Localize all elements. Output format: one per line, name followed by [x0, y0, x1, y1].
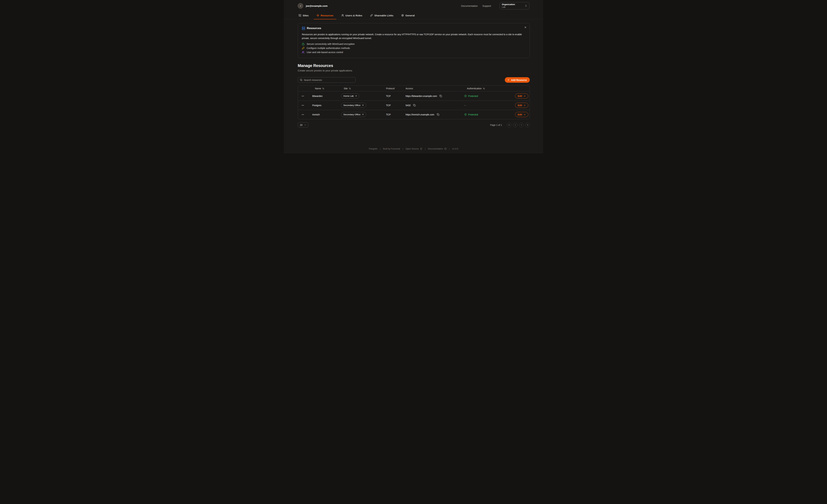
next-page-button[interactable]: [519, 123, 524, 127]
arrow-up-right-icon: [362, 104, 364, 106]
github-icon: [420, 148, 423, 150]
site-name: Secondary Office: [343, 113, 360, 116]
ellipsis-icon: [301, 113, 304, 116]
column-header-site[interactable]: Site: [341, 87, 386, 90]
column-label-site: Site: [344, 87, 348, 90]
auth-status-label: Protected: [468, 113, 478, 116]
resources-info-card: Resources Resources are proxies to appli…: [298, 23, 530, 58]
arrow-up-right-icon: [362, 113, 364, 115]
row-menu-button[interactable]: [301, 103, 305, 107]
tab-resources-label: Resources: [321, 14, 333, 17]
chevrons-right-icon: [527, 124, 529, 126]
feature-label: Secure connectivity with WireGuard encry…: [307, 43, 355, 45]
copy-button[interactable]: [437, 113, 439, 116]
edit-label: Edit: [518, 95, 522, 97]
top-header: J joe@example.com Documentation Support …: [284, 0, 543, 11]
arrow-right-icon: [523, 104, 526, 106]
pagination-bar: 20 Page 1 of 1: [298, 122, 530, 128]
users-icon: [302, 51, 304, 54]
nav-documentation-link[interactable]: Documentation: [461, 4, 478, 7]
resource-protocol: TCP: [386, 113, 405, 116]
tab-sites-label: Sites: [303, 14, 309, 17]
close-icon[interactable]: [524, 26, 527, 29]
lock-icon: [302, 43, 304, 45]
tab-shareable-links-label: Shareable Links: [374, 14, 393, 17]
column-label-authentication: Authentication: [467, 87, 482, 90]
tab-resources[interactable]: Resources: [314, 11, 336, 19]
app-window: J joe@example.com Documentation Support …: [284, 0, 543, 153]
edit-button[interactable]: Edit: [515, 103, 528, 108]
page-size-select[interactable]: 20: [298, 122, 308, 128]
user-chip[interactable]: J joe@example.com: [298, 3, 328, 9]
column-header-authentication[interactable]: Authentication: [464, 87, 515, 90]
first-page-button[interactable]: [507, 123, 512, 127]
row-menu-button[interactable]: [301, 94, 305, 98]
resource-protocol: TCP: [386, 104, 405, 107]
site-link-button[interactable]: Home Lab: [341, 93, 359, 99]
search-icon: [300, 79, 302, 81]
chevrons-left-icon: [508, 124, 510, 126]
table-row: Immich Secondary Office TCP https://immi…: [298, 110, 530, 119]
previous-page-button[interactable]: [513, 123, 518, 127]
org-selector[interactable]: Organization Lab: [500, 2, 529, 9]
users-icon: [341, 14, 344, 17]
resource-access-url: https://immich.example.com: [405, 113, 434, 116]
feature-access-control: User and role-based access control: [302, 51, 526, 54]
tab-bar: Sites Resources Users & Roles Shareable …: [284, 11, 543, 19]
column-label-protocol: Protocol: [386, 87, 394, 90]
tab-users-roles[interactable]: Users & Roles: [339, 11, 365, 19]
column-header-name[interactable]: Name: [312, 87, 341, 90]
row-menu-button[interactable]: [301, 113, 305, 116]
ellipsis-icon: [301, 104, 304, 107]
site-link-button[interactable]: Secondary Office: [341, 103, 366, 108]
add-resource-label: Add Resource: [511, 79, 527, 81]
resource-access-port: 5432: [405, 104, 411, 107]
info-card-header: Resources: [302, 27, 526, 30]
edit-button[interactable]: Edit: [515, 112, 528, 117]
copy-button[interactable]: [413, 104, 416, 106]
copy-button[interactable]: [439, 95, 442, 97]
gear-icon: [401, 14, 404, 17]
footer: Pangolin | Built by Fossorial | Open Sou…: [284, 148, 543, 150]
site-link-button[interactable]: Secondary Office: [341, 112, 366, 117]
tab-users-roles-label: Users & Roles: [345, 14, 362, 17]
tab-shareable-links[interactable]: Shareable Links: [368, 11, 396, 19]
search-input[interactable]: [304, 79, 353, 81]
sort-icon: [349, 88, 351, 90]
org-selector-label: Organization: [502, 3, 523, 6]
nav-support-link[interactable]: Support: [482, 4, 491, 7]
tab-general[interactable]: General: [398, 11, 418, 19]
feature-label: Configure multiple authentication method…: [307, 47, 350, 49]
sort-icon: [483, 88, 485, 90]
site-name: Secondary Office: [343, 104, 360, 106]
resource-access-url: https://bitwarden.example.com: [405, 95, 437, 97]
edit-label: Edit: [518, 113, 522, 116]
server-icon: [302, 27, 305, 30]
add-resource-button[interactable]: Add Resource: [505, 77, 530, 83]
resource-protocol: TCP: [386, 95, 405, 97]
feature-authentication: Configure multiple authentication method…: [302, 47, 526, 49]
footer-open-source-link[interactable]: Open Source: [405, 148, 423, 150]
feature-secure-connectivity: Secure connectivity with WireGuard encry…: [302, 43, 526, 45]
top-nav: Documentation Support Organization Lab: [461, 2, 529, 9]
footer-version: v1.0.0: [452, 148, 458, 150]
footer-separator: |: [380, 148, 381, 150]
tab-sites[interactable]: Sites: [296, 11, 311, 19]
avatar: J: [298, 3, 303, 9]
book-open-icon: [444, 148, 447, 150]
page-status: Page 1 of 1: [490, 124, 502, 126]
chevrons-up-down-icon: [525, 4, 527, 7]
org-selector-text: Organization Lab: [502, 3, 523, 9]
chevron-down-icon: [304, 124, 306, 126]
footer-documentation-link[interactable]: Documentation: [428, 148, 447, 150]
resource-name: Postgres: [312, 104, 341, 107]
plus-icon: [507, 79, 509, 81]
footer-separator: |: [402, 148, 403, 150]
arrow-up-right-icon: [355, 95, 357, 97]
sort-icon: [322, 88, 324, 90]
column-header-protocol: Protocol: [386, 87, 405, 90]
edit-button[interactable]: Edit: [515, 93, 528, 99]
chevron-left-icon: [514, 124, 517, 126]
edit-label: Edit: [518, 104, 522, 107]
last-page-button[interactable]: [525, 123, 530, 127]
